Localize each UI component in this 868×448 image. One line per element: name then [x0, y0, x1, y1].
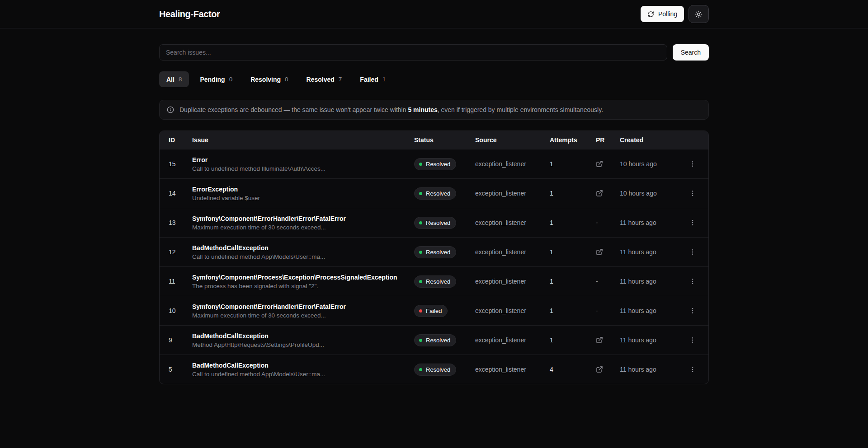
issue-cell: ErrorException Undefined variable $user: [192, 186, 414, 201]
status-label: Resolved: [426, 249, 450, 256]
actions-cell: [686, 187, 702, 200]
issue-cell: BadMethodCallException Method App\Http\R…: [192, 332, 414, 348]
actions-cell: [686, 304, 702, 317]
row-menu-button[interactable]: [686, 216, 699, 229]
column-header-attempts: Attempts: [550, 136, 596, 144]
status-cell: Failed: [414, 305, 475, 317]
status-dot-icon: [419, 280, 422, 283]
tab-all[interactable]: All 8: [159, 71, 189, 87]
attempts-cell: 1: [550, 219, 596, 226]
attempts-cell: 1: [550, 160, 596, 168]
issue-id: 15: [169, 160, 192, 168]
issue-id: 14: [169, 190, 192, 197]
external-link-icon[interactable]: [596, 248, 603, 256]
issue-title: Error: [192, 156, 414, 163]
tab-count: 0: [229, 76, 233, 83]
status-dot-icon: [419, 192, 422, 195]
created-cell: 11 hours ago: [620, 248, 686, 256]
column-header-id: ID: [169, 136, 192, 144]
row-menu-button[interactable]: [686, 157, 699, 171]
status-badge: Failed: [414, 305, 448, 317]
column-header-status: Status: [414, 136, 475, 144]
status-dot-icon: [419, 251, 422, 254]
created-cell: 11 hours ago: [620, 219, 686, 226]
created-cell: 10 hours ago: [620, 160, 686, 168]
tab-pending[interactable]: Pending 0: [193, 71, 240, 87]
banner-highlight: 5 minutes: [408, 106, 437, 113]
status-label: Resolved: [426, 366, 450, 373]
status-cell: Resolved: [414, 217, 475, 229]
status-dot-icon: [419, 221, 422, 224]
row-menu-button[interactable]: [686, 275, 699, 288]
tab-label: Failed: [360, 76, 378, 83]
status-dot-icon: [419, 368, 422, 371]
status-cell: Resolved: [414, 364, 475, 376]
external-link-icon[interactable]: [596, 336, 603, 344]
polling-button-label: Polling: [658, 10, 677, 18]
status-badge: Resolved: [414, 187, 456, 200]
table-row[interactable]: 11 Symfony\Component\Process\Exception\P…: [160, 266, 708, 296]
tab-resolving[interactable]: Resolving 0: [243, 71, 295, 87]
issue-title: BadMethodCallException: [192, 244, 414, 252]
tab-failed[interactable]: Failed 1: [353, 71, 393, 87]
source-cell: exception_listener: [475, 307, 550, 314]
row-menu-button[interactable]: [686, 363, 699, 376]
issue-cell: Symfony\Component\ErrorHandler\Error\Fat…: [192, 215, 414, 231]
status-label: Resolved: [426, 337, 450, 344]
debounce-info-banner: Duplicate exceptions are debounced — the…: [159, 100, 709, 120]
status-dot-icon: [419, 163, 422, 166]
source-cell: exception_listener: [475, 248, 550, 256]
external-link-icon[interactable]: [596, 160, 603, 168]
created-cell: 11 hours ago: [620, 366, 686, 373]
pr-cell: [596, 160, 620, 168]
status-label: Resolved: [426, 161, 450, 168]
issue-title: Symfony\Component\Process\Exception\Proc…: [192, 274, 414, 281]
table-row[interactable]: 10 Symfony\Component\ErrorHandler\Error\…: [160, 296, 708, 325]
search-input[interactable]: [159, 44, 667, 61]
status-cell: Resolved: [414, 187, 475, 200]
row-menu-button[interactable]: [686, 187, 699, 200]
table-row[interactable]: 14 ErrorException Undefined variable $us…: [160, 178, 708, 208]
pr-none: -: [596, 219, 598, 226]
row-menu-button[interactable]: [686, 245, 699, 259]
app-title: Healing-Factor: [159, 9, 220, 19]
pr-cell: [596, 336, 620, 344]
issue-id: 12: [169, 248, 192, 256]
issue-subtitle: Call to undefined method Illuminate\Auth…: [192, 165, 414, 172]
external-link-icon[interactable]: [596, 366, 603, 373]
tab-count: 7: [339, 76, 342, 83]
pr-cell: [596, 248, 620, 256]
issue-title: ErrorException: [192, 186, 414, 193]
column-header-issue: Issue: [192, 136, 414, 144]
table-row[interactable]: 5 BadMethodCallException Call to undefin…: [160, 355, 708, 384]
status-badge: Resolved: [414, 246, 456, 258]
status-cell: Resolved: [414, 246, 475, 258]
theme-toggle-button[interactable]: [689, 5, 709, 23]
search-button[interactable]: Search: [673, 44, 709, 61]
refresh-icon: [647, 11, 654, 18]
external-link-icon[interactable]: [596, 190, 603, 197]
table-row[interactable]: 15 Error Call to undefined method Illumi…: [160, 149, 708, 178]
created-cell: 11 hours ago: [620, 307, 686, 314]
row-menu-button[interactable]: [686, 304, 699, 317]
column-header-source: Source: [475, 136, 550, 144]
actions-cell: [686, 157, 702, 171]
table-row[interactable]: 13 Symfony\Component\ErrorHandler\Error\…: [160, 208, 708, 237]
status-label: Resolved: [426, 190, 450, 197]
table-row[interactable]: 12 BadMethodCallException Call to undefi…: [160, 237, 708, 266]
sun-icon: [695, 10, 703, 18]
issue-title: Symfony\Component\ErrorHandler\Error\Fat…: [192, 303, 414, 310]
row-menu-button[interactable]: [686, 333, 699, 347]
polling-button[interactable]: Polling: [641, 6, 684, 22]
actions-cell: [686, 333, 702, 347]
tab-count: 1: [382, 76, 386, 83]
table-row[interactable]: 9 BadMethodCallException Method App\Http…: [160, 325, 708, 355]
tab-resolved[interactable]: Resolved 7: [299, 71, 349, 87]
status-badge: Resolved: [414, 334, 456, 346]
column-header-pr: PR: [596, 136, 620, 144]
actions-cell: [686, 245, 702, 259]
attempts-cell: 4: [550, 366, 596, 373]
status-cell: Resolved: [414, 334, 475, 346]
created-cell: 11 hours ago: [620, 278, 686, 285]
issue-cell: Symfony\Component\ErrorHandler\Error\Fat…: [192, 303, 414, 319]
